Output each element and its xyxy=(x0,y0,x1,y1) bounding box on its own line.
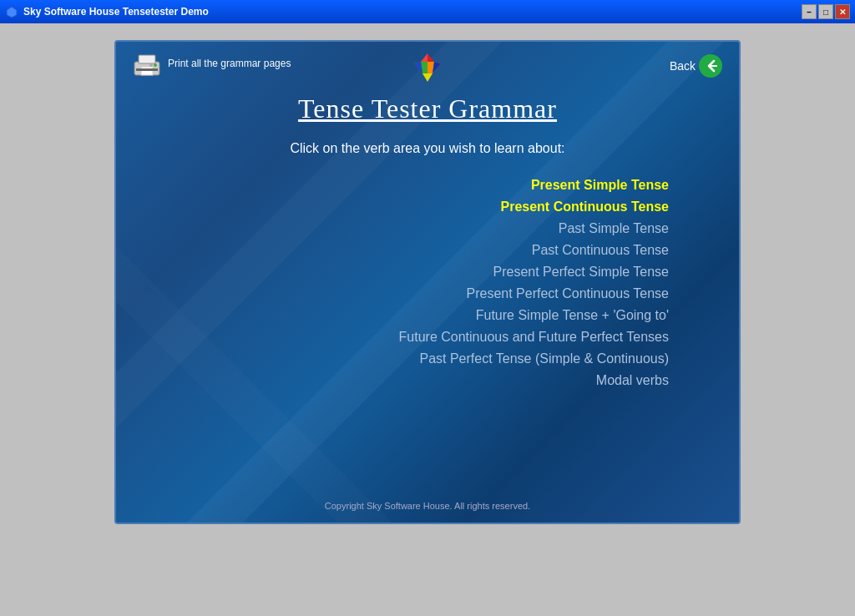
main-title: Tense Tester Grammar xyxy=(149,93,706,124)
back-arrow-icon xyxy=(699,54,722,78)
main-panel: Print all the grammar pages xyxy=(114,40,741,524)
menu-item-7[interactable]: Future Continuous and Future Perfect Ten… xyxy=(396,328,672,346)
menu-item-1[interactable]: Present Continuous Tense xyxy=(497,198,672,216)
title-bar: Sky Software House Tensetester Demo – □ … xyxy=(0,0,855,23)
svg-point-5 xyxy=(154,63,157,67)
content-area: Print all the grammar pages xyxy=(0,23,855,616)
panel-content: Tense Tester Grammar Click on the verb a… xyxy=(116,85,739,406)
svg-marker-14 xyxy=(422,73,433,82)
menu-item-3[interactable]: Past Continuous Tense xyxy=(529,241,672,260)
menu-item-2[interactable]: Past Simple Tense xyxy=(555,220,672,238)
menu-list: Present Simple TensePresent Continuous T… xyxy=(149,176,706,390)
print-button[interactable]: Print all the grammar pages xyxy=(133,52,291,75)
svg-marker-8 xyxy=(428,53,434,62)
print-label: Print all the grammar pages xyxy=(168,58,291,69)
panel-top-bar: Print all the grammar pages xyxy=(116,42,739,85)
logo xyxy=(411,50,444,83)
printer-icon xyxy=(133,52,159,75)
maximize-button[interactable]: □ xyxy=(818,4,833,19)
menu-item-0[interactable]: Present Simple Tense xyxy=(528,176,672,194)
menu-item-4[interactable]: Present Perfect Simple Tense xyxy=(490,263,672,281)
menu-item-9[interactable]: Modal verbs xyxy=(593,371,672,390)
svg-rect-2 xyxy=(139,55,155,63)
close-button[interactable]: ✕ xyxy=(835,4,850,19)
svg-marker-9 xyxy=(421,53,428,62)
menu-item-6[interactable]: Future Simple Tense + 'Going to' xyxy=(473,306,672,325)
window-controls: – □ ✕ xyxy=(802,4,850,19)
svg-point-6 xyxy=(149,63,153,67)
menu-item-8[interactable]: Past Perfect Tense (Simple & Continuous) xyxy=(416,350,672,368)
svg-marker-0 xyxy=(7,7,17,18)
svg-rect-4 xyxy=(136,68,158,71)
minimize-button[interactable]: – xyxy=(802,4,817,19)
back-label: Back xyxy=(670,59,696,73)
window-title: Sky Software House Tensetester Demo xyxy=(23,6,802,18)
subtitle: Click on the verb area you wish to learn… xyxy=(149,141,706,156)
back-button[interactable]: Back xyxy=(670,54,722,78)
copyright-text: Copyright Sky Software House. All rights… xyxy=(116,501,739,511)
menu-item-5[interactable]: Present Perfect Continuous Tense xyxy=(463,285,672,303)
app-icon xyxy=(5,5,18,18)
